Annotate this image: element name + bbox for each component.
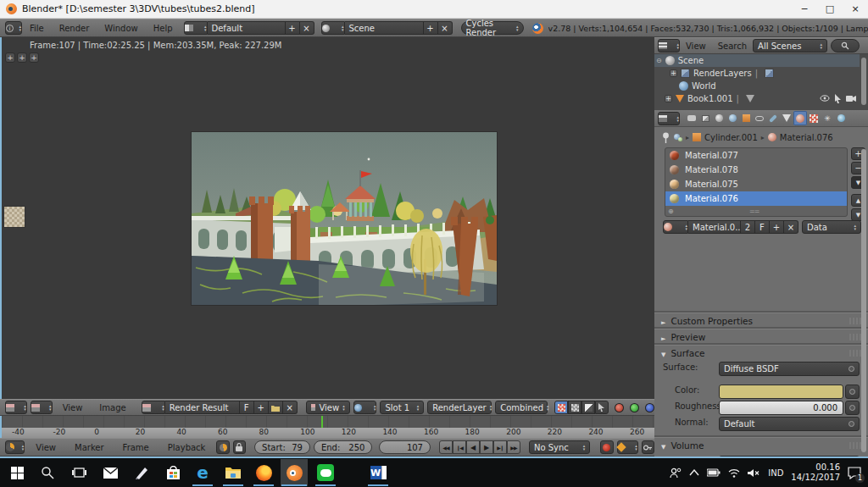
timeline-menu-marker[interactable]: Marker — [67, 443, 112, 452]
properties-tab-constraints[interactable] — [753, 111, 766, 125]
node-socket-icon[interactable] — [849, 421, 854, 427]
roughness-slider[interactable]: 0.000 — [719, 401, 843, 415]
visibility-eye-icon[interactable] — [820, 94, 830, 102]
properties-tab-scene[interactable] — [712, 111, 726, 125]
outliner-item-renderlayers[interactable]: + RenderLayers | — [654, 67, 860, 80]
image-browse-button[interactable]: ▴▾ — [142, 401, 165, 414]
insert-keyframe-button[interactable] — [642, 440, 654, 454]
diffuse-color-swatch[interactable] — [719, 385, 843, 399]
editor-type-button-properties[interactable]: ▴▾ — [658, 112, 680, 125]
panel-grip-icon[interactable] — [849, 442, 861, 449]
breadcrumb-object[interactable]: Cylinder.001 — [704, 133, 758, 142]
people-icon[interactable] — [670, 468, 682, 479]
minimize-button[interactable]: ─ — [792, 0, 817, 19]
close-button[interactable]: × — [843, 0, 868, 19]
material-fake-user-button[interactable]: F — [755, 220, 770, 234]
render-engine-select[interactable]: Cycles Render▴▾ — [461, 21, 524, 35]
material-slot-row[interactable]: Material.077 — [665, 148, 847, 163]
draw-channels-zbuffer-button[interactable] — [581, 401, 595, 414]
frame-end-field[interactable]: End:250 — [314, 440, 372, 454]
panel-custom-properties[interactable]: Custom Properties — [654, 313, 868, 329]
surface-shader-select[interactable]: Diffuse BSDF — [719, 362, 860, 376]
region-expand-button[interactable]: + — [29, 53, 39, 63]
edge-browser-button[interactable]: e — [192, 462, 213, 483]
green-channel-button[interactable] — [630, 403, 639, 412]
editor-type-button-image2[interactable]: ▴▾ — [31, 401, 53, 414]
timeline-ruler[interactable]: -40-200204060801001201401601802002202402… — [0, 428, 654, 438]
battery-icon[interactable] — [707, 468, 721, 477]
frame-start-field[interactable]: Start:79 — [254, 440, 310, 454]
word-app-button[interactable]: W — [368, 462, 388, 483]
wifi-icon[interactable] — [728, 468, 740, 478]
input-language-indicator[interactable]: IND — [768, 468, 783, 478]
layout-name-field[interactable]: Default — [208, 21, 286, 35]
image-view-mode-select[interactable]: View▴▾ — [306, 401, 350, 414]
firefox-button[interactable] — [253, 462, 274, 483]
properties-tab-world[interactable] — [726, 111, 739, 125]
image-unlink-button[interactable]: × — [283, 401, 298, 414]
store-app-button[interactable] — [163, 462, 183, 483]
editor-type-button-info[interactable]: i ▴▾ — [5, 21, 22, 35]
editor-type-button-outliner[interactable]: ▴▾ — [658, 39, 680, 53]
image-menu-view[interactable]: View — [56, 403, 90, 412]
image-menu-image[interactable]: Image — [92, 403, 132, 412]
sync-mode-select[interactable]: No Sync▴▾ — [529, 440, 590, 454]
panel-grip-icon[interactable] — [849, 350, 861, 357]
layout-delete-button[interactable]: × — [300, 21, 314, 35]
list-resize-grip[interactable]: == — [749, 208, 759, 215]
chevron-up-icon[interactable] — [689, 469, 699, 476]
image-name-field[interactable]: Render Result — [165, 401, 240, 414]
panel-surface[interactable]: Surface — [654, 345, 868, 361]
layout-add-button[interactable]: + — [286, 21, 300, 35]
blue-channel-button[interactable] — [645, 403, 654, 412]
properties-tab-object[interactable] — [739, 111, 753, 125]
region-expand-button[interactable]: + — [17, 53, 27, 63]
panel-volume[interactable]: Volume — [654, 437, 868, 453]
selectability-cursor-icon[interactable] — [834, 94, 842, 103]
maximize-button[interactable]: □ — [817, 0, 843, 19]
timeline-menu-view[interactable]: View — [28, 443, 64, 452]
list-add-icon[interactable]: ⊕ — [668, 208, 675, 215]
onenote-app-button[interactable] — [131, 462, 152, 483]
properties-tab-modifiers[interactable] — [766, 111, 780, 125]
properties-tab-physics[interactable] — [834, 111, 848, 125]
current-frame-field[interactable]: 107 — [379, 440, 431, 454]
image-fake-user-button[interactable]: F — [240, 401, 254, 414]
jump-next-keyframe-button[interactable]: ▶❙ — [493, 440, 507, 454]
outliner-item-scene[interactable]: ⊖ Scene — [654, 54, 860, 67]
file-explorer-button[interactable] — [223, 462, 243, 483]
outliner-menu-search[interactable]: Search — [712, 42, 753, 51]
play-button[interactable]: ▶ — [480, 440, 493, 454]
line-app-button[interactable] — [315, 462, 336, 483]
material-unlink-button[interactable]: × — [784, 220, 798, 234]
image-new-button[interactable]: + — [254, 401, 269, 414]
roughness-socket-button[interactable] — [845, 401, 860, 415]
panel-preview[interactable]: Preview — [654, 329, 868, 345]
image-open-button[interactable] — [269, 401, 283, 414]
material-slot-row[interactable]: Material.078 — [665, 163, 847, 177]
record-button[interactable] — [600, 440, 613, 454]
render-pass-select[interactable]: Combined▴▾ — [495, 401, 548, 414]
material-new-button[interactable]: + — [770, 220, 784, 234]
render-layer-select[interactable]: RenderLayer▴▾ — [427, 401, 492, 414]
slot-select[interactable]: Slot 1▴▾ — [380, 401, 424, 414]
expand-icon[interactable]: + — [670, 69, 677, 77]
pin-icon[interactable] — [661, 132, 670, 143]
action-center-button[interactable]: 1 — [848, 467, 861, 479]
menu-window[interactable]: Window — [97, 24, 145, 33]
normal-select[interactable]: Default — [719, 417, 860, 431]
material-slot-row-selected[interactable]: Material.076 — [665, 191, 847, 206]
renderability-camera-icon[interactable] — [846, 94, 856, 102]
jump-to-start-button[interactable]: ◀◀ — [439, 440, 453, 454]
task-view-button[interactable] — [69, 462, 89, 483]
timeline-menu-playback[interactable]: Playback — [160, 443, 214, 452]
expand-icon[interactable]: + — [665, 95, 672, 102]
outliner-item-world[interactable]: World — [654, 80, 860, 92]
properties-tab-object-data[interactable] — [780, 111, 793, 125]
draw-channels-color-button[interactable] — [554, 401, 568, 414]
node-socket-icon[interactable] — [849, 366, 854, 372]
outliner-scrollbar[interactable] — [861, 58, 866, 105]
material-link-select[interactable]: Data▴▾ — [802, 220, 861, 234]
play-reverse-button[interactable]: ◀ — [466, 440, 480, 454]
jump-to-end-button[interactable]: ▶▶ — [507, 440, 520, 454]
